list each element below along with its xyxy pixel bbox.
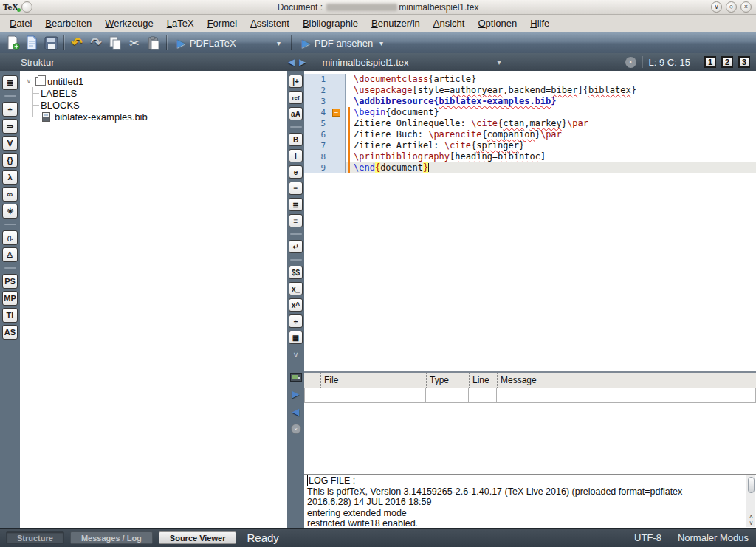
log-scrollbar[interactable]: ∧∨ xyxy=(746,475,755,527)
pstricks-icon[interactable]: PS xyxy=(2,274,18,289)
center-icon[interactable]: ≣ xyxy=(289,198,303,211)
message-cell xyxy=(497,388,756,403)
code-line[interactable]: 4−\begin{document} xyxy=(304,107,756,118)
back-arrow-icon[interactable]: ◀ xyxy=(288,57,295,67)
font-size-icon[interactable]: aA xyxy=(289,107,303,120)
source-editor[interactable]: 1\documentclass{article}2\usepackage[sty… xyxy=(304,71,756,371)
menu-bibliographie[interactable]: Bibliographie xyxy=(296,15,365,32)
forward-arrow-icon[interactable]: ▶ xyxy=(299,57,306,67)
mode-label: Normaler Modus xyxy=(678,532,749,543)
code-line[interactable]: 8\printbibliography[heading=bibintoc] xyxy=(304,151,756,162)
code-line[interactable]: 7Zitiere Artikel: \cite{springer} xyxy=(304,140,756,151)
superscript-icon[interactable]: x^ xyxy=(289,298,303,312)
menu-latex[interactable]: LaTeX xyxy=(160,15,201,32)
emph-icon[interactable]: e xyxy=(289,165,303,179)
column-header-file[interactable]: File xyxy=(320,373,426,388)
next-error-icon[interactable]: ▶ xyxy=(292,388,300,399)
maximize-window-button[interactable]: ○ xyxy=(726,1,737,13)
toggle-structure-button[interactable]: Structure xyxy=(6,531,64,544)
newline-icon[interactable]: ↵ xyxy=(289,240,303,253)
editor-layout-button-1[interactable]: 1 xyxy=(704,56,716,68)
toggle-source-viewer-button[interactable]: Source Viewer xyxy=(159,531,237,544)
column-header-type[interactable]: Type xyxy=(426,373,469,388)
undo-button[interactable]: ↶ xyxy=(67,34,86,52)
menu-benutzerin[interactable]: Benutzer/in xyxy=(365,15,427,32)
view-pdf-combo[interactable]: ▶ PDF ansehen ▾ xyxy=(296,34,391,52)
save-file-button[interactable] xyxy=(41,34,61,52)
close-window-button[interactable]: × xyxy=(740,1,752,13)
greek-letters-icon[interactable]: λ xyxy=(2,170,18,185)
code-line[interactable]: 1\documentclass{article} xyxy=(304,74,756,85)
left-align-icon[interactable]: ≡ xyxy=(289,182,303,195)
structure-panel-icon[interactable]: ≣ xyxy=(2,75,18,90)
menu-werkzeuge[interactable]: Werkzeuge xyxy=(98,15,160,32)
inline-math-icon[interactable]: $$ xyxy=(289,266,303,279)
redo-button[interactable]: ↷ xyxy=(86,34,106,52)
tab-minimalbeispiel[interactable]: minimalbeispiel1.tex xyxy=(322,57,408,68)
column-header-message[interactable]: Message xyxy=(497,373,756,388)
italic-icon[interactable]: i xyxy=(289,149,303,162)
menu-datei[interactable]: Datei xyxy=(3,15,38,32)
code-line[interactable]: 2\usepackage[style=authoryear,backend=bi… xyxy=(304,85,756,96)
code-line[interactable]: 5Zitiere Onlinequelle: \cite{ctan,markey… xyxy=(304,118,756,129)
shade-window-button[interactable]: ∨ xyxy=(711,1,722,13)
matrix-icon[interactable]: ▦ xyxy=(289,331,303,344)
brackets-icon[interactable]: (]. xyxy=(2,230,18,245)
code-line[interactable]: 3\addbibresource{biblatex-examples.bib} xyxy=(304,96,756,107)
column-header-line[interactable]: Line xyxy=(469,373,497,388)
right-align-icon[interactable]: ≡ xyxy=(289,214,303,227)
tree-connector xyxy=(29,111,41,123)
delimiters-icon[interactable]: {} xyxy=(2,153,18,168)
editor-layout-button-2[interactable]: 2 xyxy=(721,56,733,68)
asymptote-icon[interactable]: AS xyxy=(2,325,18,340)
code-line[interactable]: 6Zitiere Buch: \parencite{companion}\par xyxy=(304,129,756,140)
log-preview-icon[interactable] xyxy=(290,373,302,382)
new-file-button[interactable] xyxy=(3,34,22,52)
undo-icon: ↶ xyxy=(71,35,82,51)
user-symbols-icon[interactable]: ♙ xyxy=(2,247,18,262)
arrow-symbols-icon[interactable]: ⇒ xyxy=(2,119,18,134)
stop-icon[interactable]: × xyxy=(291,424,301,434)
close-tab-icon[interactable]: × xyxy=(625,57,636,68)
toggle-messages-button[interactable]: Messages / Log xyxy=(70,531,153,544)
tree-item-labels[interactable]: LABELS xyxy=(29,87,287,99)
frac-icon[interactable]: ÷ xyxy=(289,314,303,328)
more-icons-chevron[interactable]: ∨ xyxy=(292,350,298,359)
collapse-arrow-icon[interactable]: ∨ xyxy=(24,78,33,85)
relation-symbols-icon[interactable]: ÷ xyxy=(2,102,18,117)
log-scrollbar-arrows[interactable]: ∧∨ xyxy=(746,513,756,526)
menu-bearbeiten[interactable]: Bearbeiten xyxy=(38,15,98,32)
special-symbols-icon[interactable]: ✳ xyxy=(2,204,18,219)
ref-icon[interactable]: ref xyxy=(289,91,303,104)
tab-dropdown-icon[interactable]: ▾ xyxy=(498,58,501,66)
paste-button[interactable] xyxy=(144,34,163,52)
tikz-icon[interactable]: TI xyxy=(2,308,18,323)
run-pdflatex-combo[interactable]: ▶ PDFLaTeX ▾ xyxy=(171,34,288,52)
code-line[interactable]: 9\end{document} xyxy=(304,162,756,173)
bold-icon[interactable]: B xyxy=(289,133,303,146)
menu-ansicht[interactable]: Ansicht xyxy=(427,15,472,32)
line-break-icon[interactable]: |+ xyxy=(289,75,303,88)
app-tex-icon: TeX xyxy=(3,3,18,11)
title-bar: TeX · Document : minimalbeispiel1.tex ∨○… xyxy=(0,0,756,15)
copy-button[interactable] xyxy=(106,34,125,52)
editor-layout-button-3[interactable]: 3 xyxy=(738,56,750,68)
misc-symbols-icon[interactable]: ∀ xyxy=(2,136,18,151)
tree-item-blocks[interactable]: BLOCKS xyxy=(29,99,287,111)
log-scrollbar-thumb[interactable] xyxy=(748,477,755,493)
fold-collapse-icon[interactable]: − xyxy=(332,109,340,117)
tree-item-bibfile[interactable]: biblatex-examples.bib xyxy=(29,111,287,123)
menu-hilfe[interactable]: Hilfe xyxy=(523,15,556,32)
subscript-icon[interactable]: x_ xyxy=(289,282,303,295)
menu-optionen[interactable]: Optionen xyxy=(471,15,523,32)
tree-root-row[interactable]: ∨ untitled1 xyxy=(20,75,287,87)
window-menu-button[interactable]: · xyxy=(21,1,32,13)
previous-error-icon[interactable]: ◀ xyxy=(292,406,300,417)
metapost-icon[interactable]: MP xyxy=(2,291,18,306)
cut-button[interactable]: ✂ xyxy=(125,34,144,52)
misc-math-icon[interactable]: ∞ xyxy=(2,187,18,202)
open-file-button[interactable] xyxy=(22,34,41,52)
menu-assistent[interactable]: Assistent xyxy=(244,15,296,32)
log-view[interactable]: LOG FILE :This is pdfTeX, Version 3.1415… xyxy=(304,474,756,528)
menu-formel[interactable]: Formel xyxy=(201,15,244,32)
